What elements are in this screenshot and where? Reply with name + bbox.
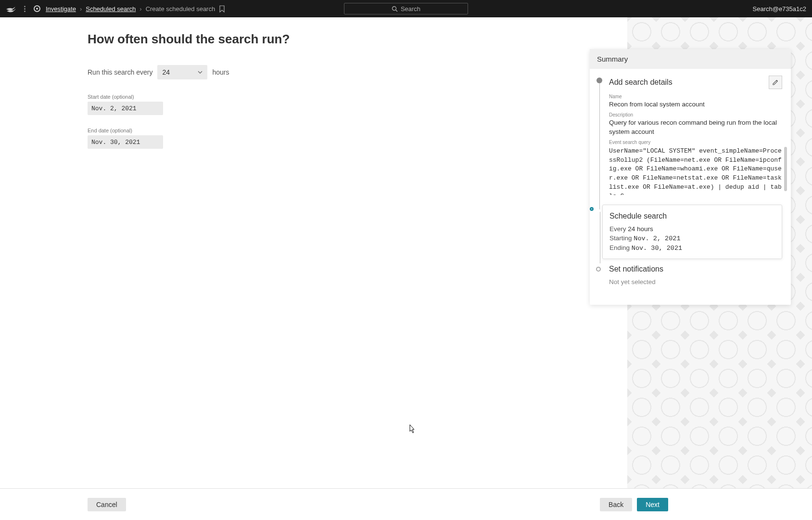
- account-label[interactable]: Search@e735a1c2: [753, 5, 807, 13]
- search-icon: [392, 6, 398, 12]
- step-marker-pending-icon: [596, 267, 601, 272]
- svg-point-1: [36, 8, 38, 10]
- step-marker-done-icon: [596, 78, 602, 83]
- crowdstrike-logo-icon[interactable]: [6, 4, 16, 13]
- search-placeholder: Search: [401, 5, 420, 13]
- start-date-input[interactable]: Nov. 2, 2021: [88, 102, 163, 115]
- summary-panel: Summary Add search details Name Recon fr…: [590, 49, 791, 305]
- start-date-label: Start date (optional): [88, 94, 424, 100]
- svg-line-3: [395, 10, 397, 12]
- breadcrumb: Investigate › Scheduled search › Create …: [46, 5, 225, 13]
- summary-step-notifications: Set notifications Not yet selected: [609, 265, 782, 295]
- name-value: Recon from local system account: [609, 100, 782, 109]
- breadcrumb-scheduled-search[interactable]: Scheduled search: [86, 5, 136, 13]
- end-date-label: End date (optional): [88, 128, 424, 133]
- interval-value: 24: [162, 68, 170, 76]
- breadcrumb-investigate[interactable]: Investigate: [46, 5, 76, 13]
- summary-step-details: Add search details Name Recon from local…: [609, 76, 782, 205]
- target-icon[interactable]: [33, 5, 41, 13]
- run-prefix-label: Run this search every: [88, 68, 152, 76]
- svg-point-2: [392, 6, 396, 10]
- interval-select[interactable]: 24: [157, 65, 207, 79]
- summary-header: Summary: [590, 49, 791, 69]
- notifications-status: Not yet selected: [609, 278, 782, 286]
- query-label: Event search query: [609, 140, 782, 145]
- query-scrollbar[interactable]: [784, 147, 787, 191]
- edit-details-button[interactable]: [769, 76, 782, 89]
- end-date-input[interactable]: Nov. 30, 2021: [88, 135, 163, 149]
- menu-dots-icon[interactable]: [24, 6, 25, 12]
- pencil-icon: [772, 79, 779, 86]
- chevron-right-icon: ›: [80, 5, 82, 13]
- description-label: Description: [609, 112, 782, 117]
- name-label: Name: [609, 94, 782, 99]
- bookmark-icon[interactable]: [219, 5, 225, 13]
- interval-unit-label: hours: [212, 68, 229, 76]
- footer-bar: Cancel Back Next: [0, 488, 812, 520]
- global-search-input[interactable]: Search: [344, 3, 468, 14]
- next-button[interactable]: Next: [637, 498, 668, 511]
- description-value: Query for various recon command being ru…: [609, 118, 782, 137]
- step-marker-active-icon: [590, 207, 594, 211]
- chevron-right-icon: ›: [140, 5, 141, 13]
- step-title-schedule: Schedule search: [609, 212, 667, 221]
- breadcrumb-current: Create scheduled search: [146, 5, 216, 13]
- step-title-details: Add search details: [609, 78, 672, 87]
- summary-step-schedule: Schedule search Every 24 hours Starting …: [602, 205, 782, 259]
- cancel-button[interactable]: Cancel: [88, 498, 126, 511]
- query-value: UserName="LOCAL SYSTEM" event_simpleName…: [609, 147, 782, 195]
- topbar: Investigate › Scheduled search › Create …: [0, 0, 812, 17]
- cursor-icon: [407, 424, 416, 435]
- chevron-down-icon: [198, 71, 203, 74]
- page-title: How often should the search run?: [88, 32, 424, 47]
- back-button[interactable]: Back: [600, 498, 632, 511]
- step-title-notifications: Set notifications: [609, 265, 663, 273]
